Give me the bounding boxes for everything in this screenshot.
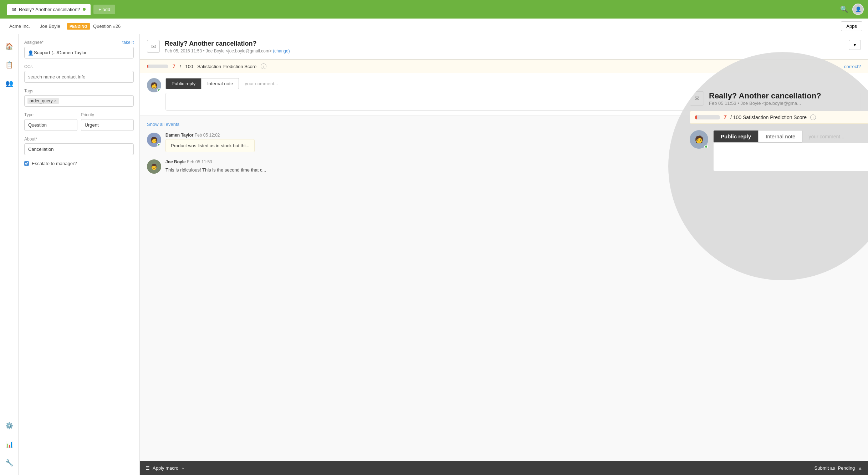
tag-chip[interactable]: order_query ×	[27, 98, 59, 104]
assignee-input[interactable]	[24, 47, 134, 58]
active-tab[interactable]: ✉ Really? Another cancellation?	[7, 4, 91, 15]
assignee-group: Assignee* take it 👤	[24, 40, 134, 58]
score-label: Satisfaction Prediction Score	[197, 64, 256, 69]
show-all-events-link[interactable]: Show all events	[147, 122, 179, 127]
top-bar: ✉ Really? Another cancellation? + add 🔍 …	[0, 0, 868, 19]
left-nav: 🏠 📋 👥 ⚙️ 📊 🔧	[0, 34, 19, 475]
apply-macro-label: Apply macro	[153, 465, 178, 471]
damen-online-dot	[157, 143, 161, 147]
tab-status-dot	[83, 8, 86, 11]
add-button[interactable]: + add	[93, 5, 115, 14]
reply-text-area[interactable]	[165, 93, 861, 111]
reply-content: Public reply Internal note your comment.…	[165, 78, 861, 111]
message-2-content: This is ridiculous! This is the second t…	[165, 166, 266, 174]
reply-avatar: 🧑	[147, 78, 161, 92]
ccs-group: CCs	[24, 64, 134, 83]
top-right-actions: 🔍 👤	[840, 4, 864, 15]
about-label: About*	[24, 137, 134, 142]
sidebar-panel: Assignee* take it 👤 CCs Tags order_query…	[19, 34, 140, 475]
submit-status: Pending	[838, 465, 855, 471]
assignee-icon: 👤	[28, 50, 34, 55]
nav-bottom: ⚙️ 📊 🔧	[3, 419, 16, 475]
assignee-field: 👤	[24, 47, 134, 58]
message-1-content: Product was listed as in stock but thi..…	[165, 139, 255, 152]
tag-remove[interactable]: ×	[54, 98, 57, 103]
ticket-header: ✉ Really? Another cancellation? Feb 05, …	[140, 34, 868, 60]
main-layout: 🏠 📋 👥 ⚙️ 📊 🔧 Assignee* take it 👤 CCs	[0, 34, 868, 475]
email-icon-small: ✉	[12, 7, 16, 12]
type-group: Type	[24, 112, 77, 131]
priority-group: Priority	[81, 112, 134, 131]
nav-tickets[interactable]: 📋	[3, 58, 16, 71]
reply-online-dot	[157, 88, 161, 92]
submit-button[interactable]: Submit as Pending ▲	[815, 465, 862, 471]
ticket-title: Really? Another cancellation?	[165, 40, 290, 47]
ccs-input[interactable]	[24, 71, 134, 83]
escalate-checkbox[interactable]	[24, 161, 29, 166]
pending-badge: PENDING	[67, 23, 90, 30]
ticket-header-left: ✉ Really? Another cancellation? Feb 05, …	[147, 40, 290, 53]
take-it-link[interactable]: take it	[122, 40, 134, 45]
satisfaction-bar: 7 / 100 Satisfaction Prediction Score i …	[140, 60, 868, 73]
ccs-label: CCs	[24, 64, 134, 69]
ticket-email-icon: ✉	[147, 40, 160, 53]
escalate-row: Escalate to manager?	[24, 161, 134, 166]
nav-home[interactable]: 🏠	[3, 40, 16, 53]
joe-avatar: 👨	[147, 159, 161, 174]
ticket-author: Joe Boyle <joe.boyle@gmail.com>	[206, 48, 272, 53]
tags-group: Tags order_query ×	[24, 88, 134, 107]
reply-row: 🧑 Public reply Internal note your commen…	[147, 78, 861, 111]
about-group: About*	[24, 137, 134, 155]
nav-reporting[interactable]: ⚙️	[3, 419, 16, 432]
correct-link[interactable]: correct?	[844, 64, 861, 69]
user-avatar[interactable]: 👤	[852, 4, 864, 15]
damen-avatar: 🧑	[147, 133, 161, 147]
breadcrumb-joe[interactable]: Joe Boyle	[36, 22, 64, 30]
events-section: Show all events 🧑 Damen Taylor Feb 05 12…	[140, 116, 868, 461]
message-2-sender: Joe Boyle	[165, 159, 186, 164]
nav-users[interactable]: 👥	[3, 77, 16, 90]
search-icon[interactable]: 🔍	[840, 5, 848, 13]
score-number: 7	[173, 63, 175, 69]
apps-button[interactable]: Apps	[841, 21, 862, 31]
message-1-body: Damen Taylor Feb 05 12:02 Product was li…	[165, 133, 255, 152]
message-row-2: 👨 Joe Boyle Feb 05 11:53 This is ridicul…	[147, 159, 861, 174]
change-link[interactable]: (change)	[273, 48, 290, 53]
ticket-title-meta: Really? Another cancellation? Feb 05, 20…	[165, 40, 290, 53]
add-label: + add	[98, 7, 110, 12]
tags-input-area[interactable]: order_query ×	[24, 95, 134, 107]
assignee-label: Assignee* take it	[24, 40, 134, 45]
message-1-date: Feb 05 12:02	[195, 133, 220, 138]
message-2-meta: Joe Boyle Feb 05 11:53	[165, 159, 266, 164]
reply-area: 🧑 Public reply Internal note your commen…	[140, 73, 868, 116]
tags-label: Tags	[24, 88, 134, 93]
nav-settings[interactable]: 🔧	[3, 456, 16, 469]
message-1-sender: Damen Taylor	[165, 133, 193, 138]
submit-chevron: ▲	[858, 465, 862, 471]
type-input[interactable]	[24, 119, 77, 131]
breadcrumb-acme[interactable]: Acme Inc.	[6, 22, 34, 30]
macro-icon: ☰	[145, 465, 150, 471]
macro-chevron: ▲	[181, 466, 185, 470]
score-info-icon[interactable]: i	[261, 63, 266, 69]
ticket-dropdown[interactable]: ▼	[849, 40, 861, 50]
ticket-date: Feb 05, 2016 11:53	[165, 48, 202, 53]
main-content: ✉ Really? Another cancellation? Feb 05, …	[140, 34, 868, 475]
score-total: 100	[185, 64, 193, 69]
type-priority-row: Type Priority	[24, 112, 134, 137]
nav-charts[interactable]: 📊	[3, 438, 16, 451]
about-input[interactable]	[24, 143, 134, 155]
tab-title: Really? Another cancellation?	[19, 7, 80, 12]
avatar-initials: 👤	[855, 6, 861, 12]
ticket-meta: Feb 05, 2016 11:53 • Joe Boyle <joe.boyl…	[165, 48, 290, 53]
score-bar-fill	[147, 65, 148, 68]
score-bar-bg	[147, 65, 168, 68]
public-reply-tab[interactable]: Public reply	[165, 78, 201, 89]
priority-label: Priority	[81, 112, 134, 117]
priority-input[interactable]	[81, 119, 134, 131]
bottom-toolbar: ☰ Apply macro ▲ Submit as Pending ▲	[140, 461, 868, 475]
apply-macro-button[interactable]: ☰ Apply macro ▲	[145, 465, 185, 471]
internal-note-tab[interactable]: Internal note	[201, 78, 239, 89]
question-link[interactable]: Question #26	[93, 24, 121, 29]
submit-label: Submit as	[815, 465, 835, 471]
